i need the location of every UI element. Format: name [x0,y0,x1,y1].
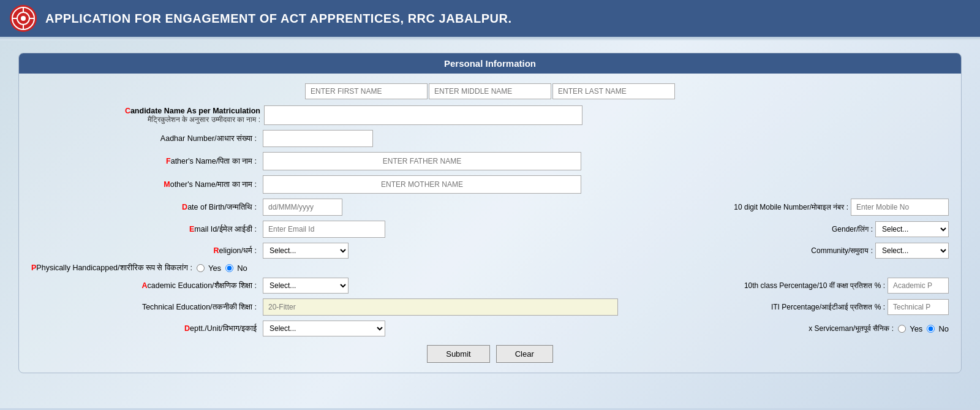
candidate-name-label: Candidate Name As per Matriculation मैट्… [31,107,264,124]
svg-point-2 [21,16,26,21]
dept-label: Deptt./Unit/विभाग/इकाई [31,324,260,333]
ex-svc-no-radio[interactable] [927,325,935,333]
academic-pct-input[interactable] [888,278,949,294]
father-label: Father's Name/पिता का नाम : [31,157,260,166]
mother-label: Mother's Name/माता का नाम : [31,180,260,189]
ph-label: PPhysically Handicapped/शारीरिक रूप से व… [31,264,192,273]
submit-row: Submit Clear [31,345,949,363]
form-card: Personal Information Candidate Name As p… [18,53,962,373]
ex-serviceman-label: x Serviceman/भूतपूर्व सैनिक : [809,324,894,333]
mother-name-input[interactable] [263,175,581,194]
tech-edu-label: Technical Education/तकनीकी शिक्षा : [31,303,260,312]
name-inputs-row [31,83,949,99]
candidate-name-row: Candidate Name As per Matriculation मैट्… [31,105,949,125]
dept-exsvc-row: Deptt./Unit/विभाग/इकाई Select... x Servi… [31,321,949,336]
religion-select[interactable]: Select... Hindu Muslim Christian Sikh Ot… [263,243,349,259]
aadhar-label: Aadhar Number/आधार संख्या : [31,134,260,143]
last-name-input[interactable] [552,83,675,99]
clear-button[interactable]: Clear [496,345,553,363]
email-gender-row: Email Id/ईमेल आईडी : Gender/लिंग : Selec… [31,221,949,238]
form-body: Candidate Name As per Matriculation मैट्… [19,74,961,373]
iti-pct-input[interactable] [888,299,949,315]
ex-svc-no-label[interactable]: No [925,324,949,333]
ex-svc-yes-radio[interactable] [898,325,906,333]
email-input[interactable] [263,221,385,238]
dept-select[interactable]: Select... [263,321,385,336]
mobile-label: 10 digit Mobile Number/मोबाइल नंबर : [734,203,848,211]
academic-pct-label: 10th class Percentage/10 वीं कक्षा प्रति… [744,281,885,290]
gender-label: Gender/लिंग : [832,225,873,233]
section-header: Personal Information [19,53,961,74]
ph-yes-label[interactable]: Yes [195,264,221,273]
ph-row: PPhysically Handicapped/शारीरिक रूप से व… [31,264,949,273]
iti-pct-label: ITI Percentage/आईटीआई प्रतिशत % : [771,303,885,311]
academic-row: Academic Education/शैक्षणिक शिक्षा : Sel… [31,278,949,294]
middle-name-input[interactable] [429,83,551,99]
email-label: Email Id/ईमेल आईडी : [31,225,260,234]
ph-yes-radio[interactable] [197,264,205,272]
ph-no-radio[interactable] [225,264,233,272]
tech-edu-row: Technical Education/तकनीकी शिक्षा : ITI … [31,298,949,316]
gender-select[interactable]: Select... Male Female Transgender [875,221,949,237]
app-header: APPLICATION FOR ENGAGEMENT OF ACT APPREN… [0,0,980,37]
header-logo [10,5,37,32]
app-title: APPLICATION FOR ENGAGEMENT OF ACT APPREN… [45,12,512,26]
father-row: Father's Name/पिता का नाम : [31,152,949,170]
community-label: Community/समुदाय : [811,246,873,255]
main-container: Personal Information Candidate Name As p… [0,40,980,408]
religion-community-row: Religion/धर्म : Select... Hindu Muslim C… [31,243,949,259]
ph-no-label[interactable]: No [224,264,247,273]
community-select[interactable]: Select... UR OBC SC ST [875,243,949,259]
aadhar-row: Aadhar Number/आधार संख्या : [31,130,949,147]
first-name-input[interactable] [305,83,428,99]
ex-svc-yes-label[interactable]: Yes [896,324,922,333]
submit-button[interactable]: Submit [427,345,489,363]
dob-input[interactable] [263,199,342,216]
religion-label: Religion/धर्म : [31,246,260,256]
dob-mobile-row: Date of Birth/जन्मतिथि : 10 digit Mobile… [31,199,949,216]
candidate-full-name-input[interactable] [264,105,582,125]
academic-edu-select[interactable]: Select... 10th 12th [263,278,349,294]
dob-label: Date of Birth/जन्मतिथि : [31,203,260,212]
aadhar-input[interactable] [263,130,373,147]
mother-row: Mother's Name/माता का नाम : [31,175,949,194]
mobile-input[interactable] [851,199,949,216]
tech-edu-input[interactable] [263,298,618,316]
academic-edu-label: Academic Education/शैक्षणिक शिक्षा : [31,281,260,290]
father-name-input[interactable] [263,152,581,170]
